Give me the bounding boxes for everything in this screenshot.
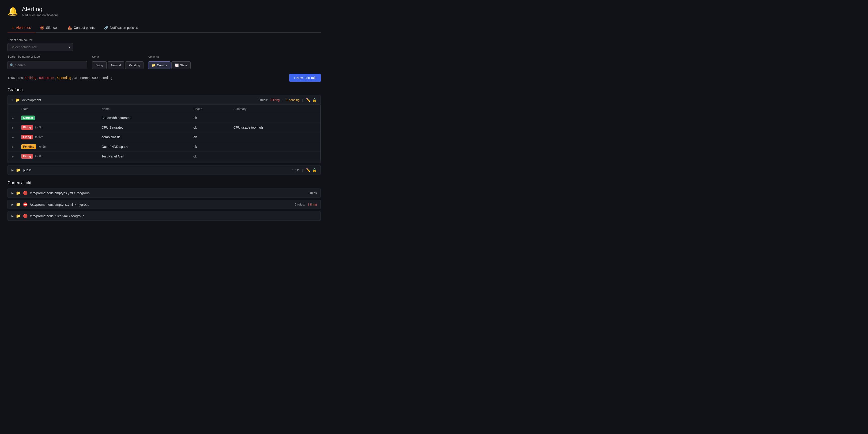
view-btn-state[interactable]: 📈 State xyxy=(172,61,191,69)
group-header-right: 0 rules xyxy=(308,191,317,195)
tab-silences[interactable]: 🔕 Silences xyxy=(35,24,63,32)
group-header-left: ▶ 📁 ⛔ /etc/prometheus/emptyns.yml > mygr… xyxy=(11,202,89,207)
search-wrapper: 🔍 xyxy=(7,61,87,69)
rule-health: ok xyxy=(190,132,230,142)
state-btn-firing[interactable]: Firing xyxy=(92,61,107,69)
group-public-header[interactable]: ▶ 📁 public 1 rule | ✏️ 🔒 xyxy=(8,165,320,175)
rule-health: ok xyxy=(190,142,230,152)
row-expand-chevron[interactable]: ▶ xyxy=(12,116,14,120)
rules-summary: 0 rules xyxy=(308,191,317,195)
lock-icon[interactable]: 🔒 xyxy=(312,168,317,172)
group-development: ▾ 📁 development 5 rules: 3 firing , 1 pe… xyxy=(7,95,321,163)
rule-summary xyxy=(230,113,320,123)
group-rules-foogroup-header[interactable]: ▶ 📁 ⛔ /etc/prometheus/rules.yml > foogro… xyxy=(8,211,320,221)
rule-summary: CPU usage too high xyxy=(230,123,320,132)
table-row: ▶ Pending for 2m Out of HDD space ok xyxy=(8,142,320,152)
group-name: development xyxy=(22,98,41,102)
state-btn-pending[interactable]: Pending xyxy=(125,61,144,69)
group-pending-count: 1 pending xyxy=(286,98,300,102)
tab-notification-policies[interactable]: 🔗 Notification policies xyxy=(99,24,143,32)
alert-rules-icon: ≡ xyxy=(12,26,14,30)
folder-icon: 📁 xyxy=(16,191,21,195)
chevron-down-icon: ▾ xyxy=(68,45,70,49)
table-row: ▶ Firing for 5m CPU Saturated ok CPU usa… xyxy=(8,123,320,132)
group-firing-count: 3 firing xyxy=(271,98,280,102)
datasource-label: Select data source xyxy=(7,38,321,42)
alerting-icon: 🔔 xyxy=(7,7,18,15)
new-alert-rule-button[interactable]: + New alert rule xyxy=(289,74,321,82)
filter-row: Search by name or label 🔍 State Firing N… xyxy=(7,55,321,69)
tab-contact-points[interactable]: 📤 Contact points xyxy=(63,24,99,32)
folder-icon: 📁 xyxy=(15,98,20,102)
rule-summary xyxy=(230,152,320,161)
errors-count: 601 errors xyxy=(39,76,54,80)
rules-table-container: State Name Health Summary ▶ Normal Bandw… xyxy=(8,104,320,161)
state-btn-normal[interactable]: Normal xyxy=(107,61,124,69)
notification-policies-icon: 🔗 xyxy=(104,26,108,30)
state-badge-pending: Pending xyxy=(21,144,36,149)
table-header: State Name Health Summary xyxy=(8,105,320,113)
group-actions: ✏️ 🔒 xyxy=(306,98,317,102)
page-header-text: Alerting Alert rules and notifications xyxy=(22,6,58,17)
firing-count: 32 firing xyxy=(25,76,36,80)
group-firing-count: 1 firing xyxy=(308,203,317,206)
error-icon: ⛔ xyxy=(23,191,28,195)
group-actions: ✏️ 🔒 xyxy=(306,168,317,172)
group-header-left: ▶ 📁 ⛔ /etc/prometheus/rules.yml > foogro… xyxy=(11,214,85,218)
grafana-section: Grafana ▾ 📁 development 5 rules: 3 firin… xyxy=(7,88,321,175)
row-expand-chevron[interactable]: ▶ xyxy=(12,155,14,158)
group-development-header[interactable]: ▾ 📁 development 5 rules: 3 firing , 1 pe… xyxy=(8,95,320,104)
row-expand-chevron[interactable]: ▶ xyxy=(12,145,14,148)
folder-icon: 📁 xyxy=(16,168,21,172)
rule-summary xyxy=(230,142,320,152)
cortex-loki-section: Cortex / Loki ▶ 📁 ⛔ /etc/prometheus/empt… xyxy=(7,180,321,221)
row-expand-chevron[interactable]: ▶ xyxy=(12,136,14,139)
table-row: ▶ Normal Bandwidth saturated ok xyxy=(8,113,320,123)
group-name: /etc/prometheus/emptyns.yml > mygroup xyxy=(30,203,89,206)
datasource-placeholder: Select datasource xyxy=(10,45,37,49)
grafana-title: Grafana xyxy=(7,88,321,92)
summary-bar: 1256 rules: 32 firing , 601 errors , 5 p… xyxy=(7,74,321,82)
chevron-right-icon: ▶ xyxy=(11,203,13,206)
search-input[interactable] xyxy=(7,61,87,69)
group-public: ▶ 📁 public 1 rule | ✏️ 🔒 xyxy=(7,165,321,175)
view-btn-groups[interactable]: 📁 Groups xyxy=(148,61,170,69)
name-col-header: Name xyxy=(98,105,190,113)
row-expand-chevron[interactable]: ▶ xyxy=(12,126,14,129)
rules-summary: 1 rule xyxy=(292,168,300,172)
summary-col-header: Summary xyxy=(230,105,320,113)
group-header-left: ▶ 📁 public xyxy=(11,168,32,172)
rule-health: ok xyxy=(190,123,230,132)
state-chart-icon: 📈 xyxy=(175,64,179,67)
edit-icon[interactable]: ✏️ xyxy=(306,168,310,172)
page-title: Alerting xyxy=(22,6,58,13)
state-badge-firing: Firing xyxy=(21,125,33,130)
state-label: State xyxy=(92,55,144,59)
group-header-right: 1 rule | ✏️ 🔒 xyxy=(292,168,317,172)
edit-icon[interactable]: ✏️ xyxy=(306,98,310,102)
group-header-right: 2 rules: 1 firing xyxy=(295,203,317,206)
folder-icon: 📁 xyxy=(16,202,21,207)
search-icon: 🔍 xyxy=(10,63,14,67)
rules-table: State Name Health Summary ▶ Normal Bandw… xyxy=(8,105,320,161)
filters-section: Select data source Select datasource ▾ S… xyxy=(7,38,321,69)
table-row: ▶ Firing for 8m Test Panel Alert ok xyxy=(8,152,320,161)
group-rules-foogroup: ▶ 📁 ⛔ /etc/prometheus/rules.yml > foogro… xyxy=(7,211,321,221)
silences-icon: 🔕 xyxy=(40,26,44,30)
group-header-left: ▾ 📁 development xyxy=(11,98,41,102)
expand-col-header xyxy=(8,105,18,113)
datasource-select[interactable]: Select datasource ▾ xyxy=(7,43,73,51)
group-foogroup-header[interactable]: ▶ 📁 ⛔ /etc/prometheus/emptyns.yml > foog… xyxy=(8,189,320,198)
state-badge-normal: Normal xyxy=(21,115,35,120)
cortex-loki-title: Cortex / Loki xyxy=(7,180,321,186)
summary-text: 1256 rules: 32 firing , 601 errors , 5 p… xyxy=(7,76,112,80)
tab-alert-rules[interactable]: ≡ Alert rules xyxy=(7,24,35,32)
contact-points-icon: 📤 xyxy=(68,26,72,30)
rule-name: Bandwidth saturated xyxy=(98,113,190,123)
group-name: public xyxy=(23,168,32,172)
lock-icon[interactable]: 🔒 xyxy=(312,98,317,102)
error-icon: ⛔ xyxy=(23,202,28,207)
group-mygroup-header[interactable]: ▶ 📁 ⛔ /etc/prometheus/emptyns.yml > mygr… xyxy=(8,200,320,209)
rules-summary: 2 rules: xyxy=(295,203,305,206)
rules-tbody: ▶ Normal Bandwidth saturated ok ▶ Firing… xyxy=(8,113,320,161)
